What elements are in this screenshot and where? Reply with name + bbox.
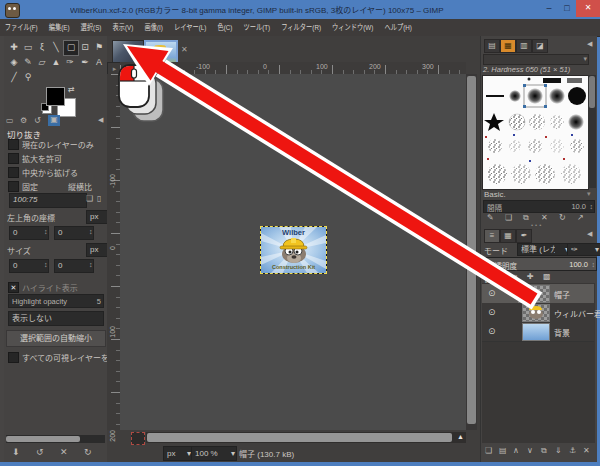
brush-grid[interactable]: [482, 75, 589, 190]
anchor-layer-icon[interactable]: ⚓: [569, 446, 576, 455]
clone-tool-icon[interactable]: ▲: [49, 55, 63, 69]
swap-colors-icon[interactable]: ⇄: [68, 85, 75, 94]
layer-thumbnail-wilber[interactable]: [522, 304, 550, 322]
paths-tab-icon[interactable]: ✒: [516, 229, 532, 243]
menu-view[interactable]: 表示(V): [108, 19, 138, 36]
layer-thumbnail-hat[interactable]: [518, 285, 550, 303]
left-dock-tab-1-icon[interactable]: ▭: [6, 116, 14, 125]
size-x-input[interactable]: 0: [9, 259, 49, 273]
lock-alpha-icon[interactable]: ▩: [543, 272, 551, 281]
brush-preset-dropdown[interactable]: Basic.: [484, 190, 574, 199]
layer-name-wilber[interactable]: ウィルバー君: [554, 308, 600, 319]
patterns-tab-icon[interactable]: ▦: [500, 39, 516, 53]
close-button[interactable]: ✕: [576, 0, 600, 17]
gradient-tool-icon[interactable]: ╱: [7, 70, 21, 84]
layer-visibility-icon[interactable]: ⊙: [488, 326, 496, 336]
maximize-button[interactable]: □: [558, 0, 576, 17]
minimize-button[interactable]: –: [540, 0, 558, 17]
aspect-ratio-input[interactable]: 100:75: [9, 193, 87, 208]
channels-tab-icon[interactable]: ▦: [500, 229, 516, 243]
brush-grid-scrollbar[interactable]: [588, 75, 596, 188]
delete-preset-icon[interactable]: ✕: [60, 447, 68, 457]
orientation-icon[interactable]: ▯: [97, 194, 101, 203]
new-group-icon[interactable]: ▤: [499, 446, 507, 455]
zoom-dropdown[interactable]: 100 % ▾: [191, 446, 237, 461]
left-dock-tab-2-icon[interactable]: ⚙: [20, 116, 27, 125]
fixed-mode-dropdown[interactable]: 縦横比: [68, 181, 107, 192]
menu-layer[interactable]: レイヤー(L): [169, 19, 211, 36]
brush-grid-scrollbar-thumb[interactable]: [589, 76, 595, 108]
free-select-tool-icon[interactable]: ξ: [35, 40, 49, 54]
guides-dropdown[interactable]: 表示しない: [8, 311, 104, 326]
lock-pixels-icon[interactable]: ✑: [511, 272, 518, 281]
text-tool-icon[interactable]: A: [92, 55, 106, 69]
position-y-input[interactable]: 0: [54, 226, 94, 240]
zoom-tool-icon[interactable]: ⚲: [21, 70, 35, 84]
title-bar[interactable]: WilberKun.xcf-2.0 (RGBカラー 8-bit gamma in…: [0, 0, 600, 19]
layer-name-hat[interactable]: 帽子: [554, 289, 570, 300]
menu-colors[interactable]: 色(C): [213, 19, 237, 36]
transform-tool-icon[interactable]: ⊡: [78, 40, 92, 54]
tool-options-scrollbar-thumb[interactable]: [6, 436, 80, 442]
menu-filters[interactable]: フィルター(R): [277, 19, 326, 36]
tool-options-tab-icon[interactable]: ▣: [48, 115, 60, 126]
menu-help[interactable]: ヘルプ(H): [380, 19, 417, 36]
raise-layer-icon[interactable]: ∧: [513, 446, 519, 455]
opacity-spinner-icon[interactable]: ↕: [592, 261, 596, 268]
new-brush-icon[interactable]: ❏: [505, 213, 512, 222]
canvas-image[interactable]: Wilber Construction Kit: [261, 227, 326, 273]
position-spinner-icon[interactable]: ↕: [44, 228, 48, 235]
paths-tool-icon[interactable]: ╲: [49, 40, 63, 54]
shrink-merged-checkbox[interactable]: [8, 352, 19, 363]
lower-layer-icon[interactable]: ∨: [527, 446, 533, 455]
image-tab-1[interactable]: [112, 40, 144, 64]
canvas-hscrollbar[interactable]: ▲: [146, 432, 466, 443]
highlight-opacity-slider[interactable]: Highlight opacity 5: [8, 294, 104, 308]
size-y-input[interactable]: 0: [54, 259, 94, 273]
layer-row-background[interactable]: ⊙ 背景: [482, 322, 594, 342]
spacing-spinner-icon[interactable]: ↕: [590, 203, 594, 210]
layer-visibility-icon[interactable]: ⊙: [488, 288, 496, 298]
delete-brush-icon[interactable]: ✕: [541, 213, 548, 222]
lock-position-icon[interactable]: ✚: [527, 272, 534, 281]
layer-thumbnail-background[interactable]: [522, 323, 550, 341]
dock-resize-handle[interactable]: •••: [531, 222, 543, 228]
fixed-checkbox[interactable]: [8, 181, 19, 192]
restore-preset-icon[interactable]: ↺: [36, 447, 44, 457]
duplicate-layer-icon[interactable]: ⧉: [541, 446, 547, 456]
canvas-vscrollbar[interactable]: [466, 74, 477, 430]
size-spinner2-icon[interactable]: ↕: [89, 261, 93, 268]
layer-row-wilber[interactable]: ⊙ ウィルバー君: [482, 303, 594, 323]
current-layer-only-checkbox[interactable]: [8, 139, 19, 150]
opacity-slider[interactable]: 不透明度 100.0 ↕: [483, 257, 597, 271]
save-preset-icon[interactable]: ⬇: [12, 447, 20, 457]
crop-tool-icon[interactable]: ▢: [63, 40, 79, 56]
vertical-ruler[interactable]: -100 0 100 200: [107, 74, 121, 430]
highlight-checkbox[interactable]: ✕: [8, 282, 19, 293]
layer-visibility-icon[interactable]: ⊙: [488, 307, 496, 317]
position-spinner2-icon[interactable]: ↕: [89, 228, 93, 235]
fonts-tab-icon[interactable]: ◪: [532, 39, 548, 53]
menu-file[interactable]: ファイル(F): [0, 19, 42, 36]
expand-from-center-checkbox[interactable]: [8, 167, 19, 178]
brush-tag-filter-input[interactable]: ▾: [483, 54, 589, 65]
open-brush-icon[interactable]: ↗: [577, 213, 584, 222]
edit-brush-icon[interactable]: ✎: [487, 213, 494, 222]
menu-image[interactable]: 画像(I): [140, 19, 168, 36]
rectangle-select-tool-icon[interactable]: ▭: [21, 40, 35, 54]
refresh-brushes-icon[interactable]: ↻: [559, 213, 566, 222]
canvas-vscrollbar-thumb[interactable]: [467, 76, 476, 424]
move-tool-icon[interactable]: ✚: [7, 40, 21, 54]
canvas-hscrollbar-thumb[interactable]: [147, 433, 452, 442]
paste-aspect-icon[interactable]: ❏: [86, 194, 93, 203]
quick-mask-toggle[interactable]: [131, 432, 145, 445]
paintbrush-tool-icon[interactable]: ✑: [63, 55, 77, 69]
size-spinner-icon[interactable]: ↕: [44, 261, 48, 268]
layers-tab-icon[interactable]: ≡: [484, 229, 500, 243]
spacing-slider[interactable]: 間隔 10.0 ↕: [483, 200, 595, 213]
foreground-color-swatch[interactable]: [46, 87, 65, 106]
tool-options-scrollbar[interactable]: [6, 435, 105, 443]
close-tab-icon[interactable]: ✕: [181, 45, 188, 54]
delete-layer-icon[interactable]: ✕: [583, 446, 590, 455]
canvas[interactable]: Wilber Construction Kit: [120, 74, 466, 430]
